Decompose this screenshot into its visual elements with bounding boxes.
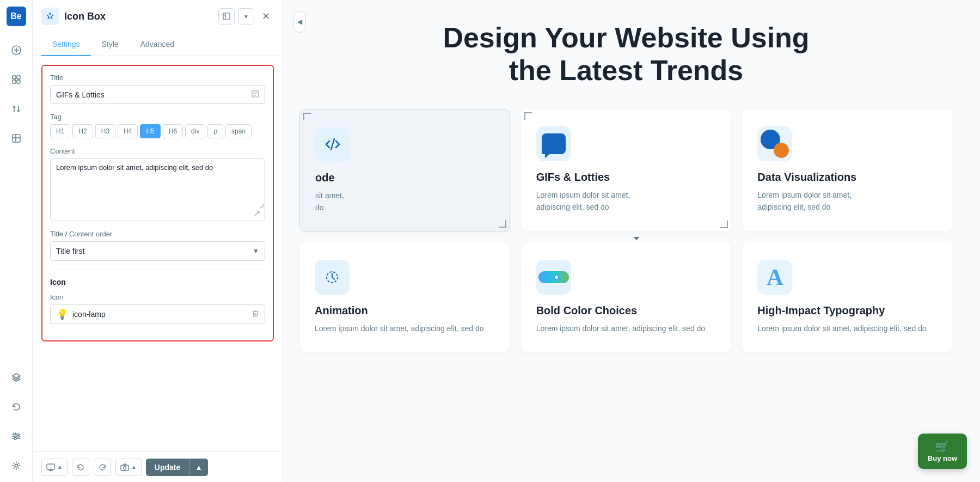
tab-advanced[interactable]: Advanced	[130, 33, 185, 56]
icon-label: Icon	[50, 293, 265, 301]
update-button-arrow[interactable]: ▲	[189, 459, 208, 476]
app-logo: Be	[7, 7, 26, 26]
title-field-group: Title	[50, 74, 265, 104]
layers-icon[interactable]	[7, 368, 26, 387]
plus-icon[interactable]	[7, 40, 26, 60]
tag-h1[interactable]: H1	[50, 124, 70, 138]
svg-point-8	[14, 437, 16, 440]
slider-arrow-icon	[634, 237, 639, 240]
main-canvas: ◀ Design Your Website Using the Latest T…	[283, 0, 980, 482]
icon-delete-button[interactable]	[252, 310, 259, 319]
icon-name-input[interactable]	[72, 310, 247, 319]
tag-span[interactable]: span	[225, 124, 252, 138]
content-textarea[interactable]: Lorem ipsum dolor sit amet, adipiscing e…	[51, 159, 265, 208]
panel-close-button[interactable]: ✕	[258, 8, 274, 25]
buy-now-button[interactable]: 🛒 Buy now	[918, 434, 967, 469]
chat-bubble-icon	[542, 133, 566, 154]
code-card-title: ode	[315, 172, 494, 184]
tag-group: H1 H2 H3 H4 H5 H6 div p span	[50, 124, 265, 138]
tag-h5[interactable]: H5	[140, 124, 160, 138]
panel-tabs: Settings Style Advanced	[33, 33, 283, 56]
svg-point-6	[14, 433, 16, 435]
tag-h2[interactable]: H2	[72, 124, 93, 138]
dataviz-circles-icon	[761, 130, 789, 158]
tag-h6[interactable]: H6	[163, 124, 183, 138]
order-label: Title / Content order	[50, 230, 265, 238]
svg-rect-4	[17, 80, 20, 83]
card-bracket-tl	[303, 113, 311, 120]
content-label: Content	[50, 147, 265, 155]
order-field-group: Title / Content order Title first Conten…	[50, 230, 265, 261]
dataviz-card-icon	[757, 126, 792, 161]
layout-icon[interactable]	[7, 70, 26, 89]
tag-p[interactable]: p	[207, 124, 223, 138]
svg-rect-1	[13, 76, 16, 79]
dataviz-card-text: Lorem ipsum dolor sit amet,adipiscing el…	[757, 189, 938, 213]
title-input[interactable]	[51, 86, 246, 103]
panel-toggle-button[interactable]: ◀	[293, 11, 306, 33]
buy-now-label: Buy now	[928, 454, 957, 462]
svg-rect-12	[47, 464, 54, 469]
svg-point-9	[15, 465, 17, 467]
title-input-wrapper	[50, 85, 265, 104]
content-textarea-wrapper: Lorem ipsum dolor sit amet, adipiscing e…	[50, 158, 265, 221]
tab-style[interactable]: Style	[91, 33, 130, 56]
order-select-wrapper: Title first Content first ▼	[50, 241, 265, 261]
title-label: Title	[50, 74, 265, 82]
icon-preview: 💡	[56, 308, 68, 320]
content-field-group: Content Lorem ipsum dolor sit amet, adip…	[50, 147, 265, 221]
buy-now-icon: 🛒	[935, 440, 949, 453]
card-data-visualizations: Data Visualizations Lorem ipsum dolor si…	[742, 109, 953, 232]
cards-grid: ode sit amet,do GIFs & Lotties Lorem ips…	[299, 109, 953, 352]
textarea-icon[interactable]	[249, 208, 265, 221]
tag-div[interactable]: div	[185, 124, 205, 138]
history-icon[interactable]	[7, 397, 26, 417]
color-card-title: Bold Color Choices	[536, 304, 716, 317]
panel: Icon Box ▼ ✕ Settings Style Advanced Tit…	[33, 0, 283, 482]
panel-dropdown-button[interactable]: ▼	[238, 8, 254, 25]
settings-section: Title Tag H1 H2 H3 H4 H5 H6	[41, 65, 274, 341]
tab-settings[interactable]: Settings	[41, 33, 91, 56]
gifs-card-text: Lorem ipsum dolor sit amet,adipiscing el…	[536, 189, 716, 213]
icon-section-group: Icon Icon 💡	[50, 278, 265, 324]
title-input-icon[interactable]	[246, 86, 265, 103]
color-slider-icon	[538, 271, 569, 283]
gifs-card-title: GIFs & Lotties	[536, 171, 716, 184]
card-bold-color: Bold Color Choices Lorem ipsum dolor sit…	[521, 242, 732, 352]
undo-button[interactable]	[72, 459, 89, 476]
monitor-dropdown-button[interactable]: ▲	[41, 459, 68, 476]
card-gifs-lotties: GIFs & Lotties Lorem ipsum dolor sit ame…	[521, 109, 732, 232]
animation-card-text: Lorem ipsum dolor sit amet, adipiscing e…	[315, 322, 495, 334]
dataviz-card-title: Data Visualizations	[757, 171, 938, 184]
panel-expand-button[interactable]	[218, 8, 235, 25]
panel-content: Title Tag H1 H2 H3 H4 H5 H6	[33, 56, 283, 452]
settings-sliders-icon[interactable]	[7, 426, 26, 446]
panel-header-actions: ▼ ✕	[218, 8, 274, 25]
panel-header-icon	[41, 8, 59, 25]
order-select[interactable]: Title first Content first	[51, 242, 247, 260]
tag-h4[interactable]: H4	[118, 124, 138, 138]
svg-rect-5	[13, 135, 20, 142]
tag-field-group: Tag H1 H2 H3 H4 H5 H6 div p span	[50, 113, 265, 138]
panel-header: Icon Box ▼ ✕	[33, 0, 283, 33]
svg-rect-3	[13, 80, 16, 83]
sort-icon[interactable]	[7, 99, 26, 119]
screenshot-dropdown-button[interactable]: ▲	[115, 459, 142, 476]
svg-point-7	[17, 435, 19, 437]
panel-title: Icon Box	[64, 11, 213, 22]
tag-h3[interactable]: H3	[95, 124, 115, 138]
code-card-icon	[315, 127, 350, 162]
card-bracket-br	[499, 220, 506, 228]
typography-card-icon: A	[757, 260, 792, 295]
color-card-icon	[536, 260, 571, 295]
update-button[interactable]: Update ▲	[146, 459, 208, 476]
icon-section-heading: Icon	[50, 278, 265, 286]
card-animation: Animation Lorem ipsum dolor sit amet, ad…	[299, 242, 510, 352]
widget-icon[interactable]	[7, 129, 26, 148]
slider-handle	[554, 274, 559, 280]
color-card-text: Lorem ipsum dolor sit amet, adipiscing e…	[536, 322, 716, 334]
card-code: ode sit amet,do	[299, 109, 510, 232]
gear-icon[interactable]	[7, 456, 26, 475]
svg-rect-2	[17, 76, 20, 79]
redo-button[interactable]	[94, 459, 111, 476]
